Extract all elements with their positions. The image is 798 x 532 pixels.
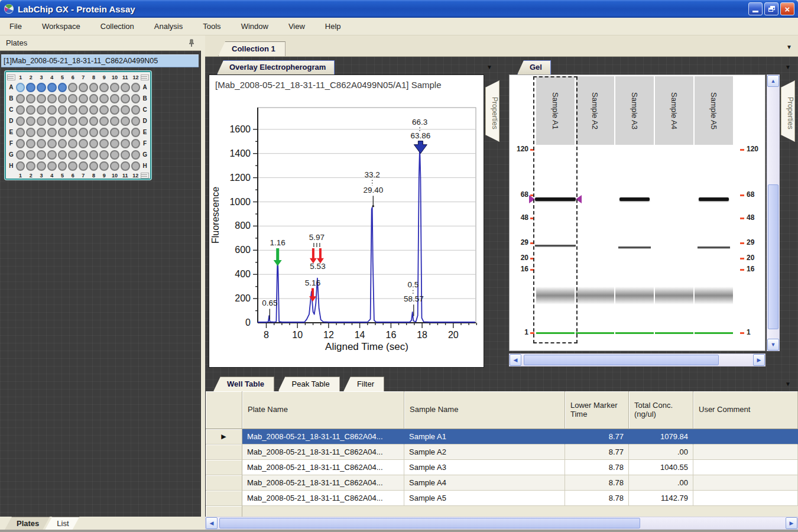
main-scroll-left-icon[interactable]: ◀ xyxy=(206,517,218,529)
row-selector[interactable]: ▶ xyxy=(206,429,242,445)
well-E9[interactable] xyxy=(99,128,109,137)
well-B3[interactable] xyxy=(37,94,46,103)
table-cell[interactable]: Sample A1 xyxy=(404,429,565,445)
well-F10[interactable] xyxy=(110,139,119,148)
gel-vscroll-thumb[interactable] xyxy=(768,184,778,329)
tab-collection-1[interactable]: Collection 1 xyxy=(218,41,286,56)
tab-peak-table[interactable]: Peak Table xyxy=(278,377,340,391)
well-C3[interactable] xyxy=(37,105,46,115)
well-F8[interactable] xyxy=(89,139,99,148)
well-G11[interactable] xyxy=(121,150,130,160)
table-cell[interactable]: .00 xyxy=(629,445,693,460)
well-F5[interactable] xyxy=(58,139,67,148)
table-cell[interactable]: .00 xyxy=(629,475,693,491)
well-E8[interactable] xyxy=(89,128,99,137)
well-F4[interactable] xyxy=(47,139,57,148)
well-F2[interactable] xyxy=(26,139,35,148)
gel-hscroll-thumb[interactable] xyxy=(524,355,719,365)
well-C6[interactable] xyxy=(68,105,77,115)
well-B11[interactable] xyxy=(121,94,130,103)
well-H4[interactable] xyxy=(47,161,57,171)
gel-scroll-right-icon[interactable]: ▶ xyxy=(753,354,765,366)
well-C8[interactable] xyxy=(89,105,99,115)
table-cell[interactable]: Sample A2 xyxy=(404,445,565,460)
well-G4[interactable] xyxy=(47,150,57,160)
table-cell[interactable]: 1079.84 xyxy=(629,429,693,445)
well-H10[interactable] xyxy=(110,161,119,171)
title-bar[interactable]: LabChip GX - Protein Assay × xyxy=(0,0,798,18)
main-scroll-right-icon[interactable]: ▶ xyxy=(786,517,797,529)
well-C7[interactable] xyxy=(79,105,88,115)
well-G10[interactable] xyxy=(110,150,119,160)
gel-scroll-down-icon[interactable]: ▼ xyxy=(767,339,779,351)
table-cell[interactable]: Mab_2008-05-21_18-31-11_C862A04... xyxy=(242,491,404,506)
well-A6[interactable] xyxy=(68,83,77,92)
minimize-button[interactable] xyxy=(748,2,763,15)
tab-overlay-electropherogram[interactable]: Overlay Electropherogram xyxy=(217,60,335,74)
well-F12[interactable] xyxy=(131,139,141,148)
well-C1[interactable] xyxy=(16,105,25,115)
gel-scroll-left-icon[interactable]: ◀ xyxy=(510,354,521,366)
well-H2[interactable] xyxy=(26,161,35,171)
row-selector[interactable] xyxy=(206,460,242,475)
well-A10[interactable] xyxy=(110,83,119,92)
well-G3[interactable] xyxy=(37,150,46,160)
well-F6[interactable] xyxy=(68,139,77,148)
gel-scroll-up-icon[interactable]: ▲ xyxy=(767,75,779,87)
tab-plates[interactable]: Plates xyxy=(5,517,50,530)
well-A1[interactable] xyxy=(16,83,25,92)
well-H9[interactable] xyxy=(99,161,109,171)
gel-dropdown-icon[interactable]: ▼ xyxy=(785,64,791,70)
well-C11[interactable] xyxy=(121,105,130,115)
well-A7[interactable] xyxy=(79,83,88,92)
well-H12[interactable] xyxy=(131,161,141,171)
close-button[interactable]: × xyxy=(780,2,794,15)
table-cell[interactable]: Sample A4 xyxy=(404,475,565,491)
table-cell[interactable] xyxy=(693,475,798,491)
well-B12[interactable] xyxy=(131,94,141,103)
main-hscroll-thumb[interactable] xyxy=(219,518,640,528)
well-C9[interactable] xyxy=(99,105,109,115)
well-F11[interactable] xyxy=(121,139,130,148)
well-D5[interactable] xyxy=(58,116,67,126)
column-header-4[interactable]: Total Conc. (ng/ul) xyxy=(629,391,693,429)
well-A5[interactable] xyxy=(58,83,67,92)
well-E6[interactable] xyxy=(68,128,77,137)
column-header-2[interactable]: Sample Name xyxy=(404,391,565,429)
row-selector[interactable] xyxy=(206,491,242,506)
well-G9[interactable] xyxy=(99,150,109,160)
well-G8[interactable] xyxy=(89,150,99,160)
menu-item-window[interactable]: Window xyxy=(234,19,275,34)
well-H5[interactable] xyxy=(58,161,67,171)
well-B7[interactable] xyxy=(79,94,88,103)
gel-lane-header-5[interactable]: Sample A5 xyxy=(695,76,733,145)
plate-list-item[interactable]: [1]Mab_2008-05-21_18-31-11_C862A0499N05 xyxy=(1,54,199,67)
well-C4[interactable] xyxy=(47,105,57,115)
table-cell[interactable]: Mab_2008-05-21_18-31-11_C862A04... xyxy=(242,460,404,475)
tab-filter[interactable]: Filter xyxy=(343,377,384,391)
well-A3[interactable] xyxy=(37,83,46,92)
table-cell[interactable]: Sample A3 xyxy=(404,460,565,475)
table-cell[interactable] xyxy=(693,445,798,460)
table-cell[interactable]: 1040.55 xyxy=(629,460,693,475)
well-H1[interactable] xyxy=(16,161,25,171)
panel-splitter[interactable] xyxy=(201,35,205,530)
menu-item-tools[interactable]: Tools xyxy=(196,19,228,34)
menu-item-view[interactable]: View xyxy=(281,19,312,34)
well-E10[interactable] xyxy=(110,128,119,137)
well-B9[interactable] xyxy=(99,94,109,103)
table-cell[interactable] xyxy=(693,460,798,475)
menu-item-collection[interactable]: Collection xyxy=(93,19,141,34)
gel-vertical-scrollbar[interactable]: ▲ ▼ xyxy=(767,74,780,351)
main-horizontal-scrollbar[interactable]: ◀ ▶ xyxy=(205,517,798,530)
well-G7[interactable] xyxy=(79,150,88,160)
well-C12[interactable] xyxy=(131,105,141,115)
column-header-5[interactable]: User Comment xyxy=(693,391,798,429)
well-H11[interactable] xyxy=(121,161,130,171)
well-D9[interactable] xyxy=(99,116,109,126)
table-dropdown-icon[interactable]: ▼ xyxy=(785,381,791,387)
well-E11[interactable] xyxy=(121,128,130,137)
row-selector[interactable] xyxy=(206,475,242,491)
table-cell[interactable] xyxy=(693,429,798,445)
well-E4[interactable] xyxy=(47,128,57,137)
